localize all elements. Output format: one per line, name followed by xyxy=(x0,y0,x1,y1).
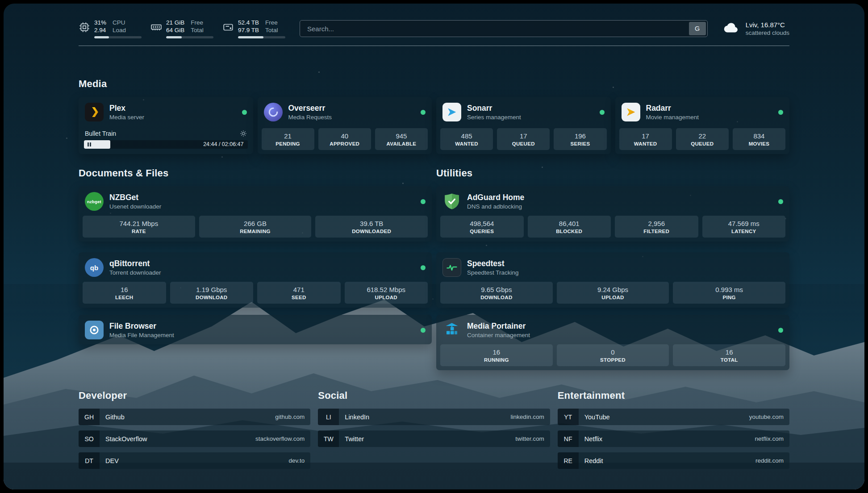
bookmark-name: Netflix xyxy=(584,435,602,443)
disk-widget: 52.4 TB 97.9 TB Free Total xyxy=(222,19,285,38)
stat-wanted: 17 WANTED xyxy=(619,128,672,150)
stat-blocked: 86,401 BLOCKED xyxy=(528,216,611,238)
stat-available: 945 AVAILABLE xyxy=(375,128,428,150)
app-name: Overseerr xyxy=(288,104,332,113)
card-qbittorrent[interactable]: qb qBittorrent Torrent downloader 16 LEE… xyxy=(79,252,432,308)
stat-value: 498,564 xyxy=(442,220,522,227)
bookmark-netflix[interactable]: NF Netflix netflix.com xyxy=(558,430,789,447)
disk-usage-bar xyxy=(238,36,285,38)
pause-icon[interactable] xyxy=(88,142,91,146)
stat-value: 39.6 TB xyxy=(317,220,426,227)
stat-label: UPLOAD xyxy=(559,295,668,300)
disk-label-top: Free xyxy=(265,19,278,26)
stats-row: 16 RUNNING 0 STOPPED 16 TOTAL xyxy=(436,344,789,370)
bookmark-stackoverflow[interactable]: SO StackOverflow stackoverflow.com xyxy=(79,430,310,447)
bookmark-github[interactable]: GH Github github.com xyxy=(79,409,310,425)
stat-value: 834 xyxy=(734,132,784,140)
dashboard-screen: 31% 2.94 CPU Load xyxy=(4,4,864,489)
settings-gear-icon[interactable] xyxy=(240,130,247,137)
card-header: nzbget NZBGet Usenet downloader xyxy=(79,186,432,216)
bookmark-abbr: DT xyxy=(79,452,100,469)
bookmark-url: linkedin.com xyxy=(511,414,544,420)
stat-label: LEECH xyxy=(84,295,164,300)
stat-label: DOWNLOAD xyxy=(442,295,551,300)
cpu-icon xyxy=(79,19,90,35)
bookmark-name: YouTube xyxy=(584,414,610,421)
stat-label: PENDING xyxy=(263,141,313,146)
status-dot xyxy=(778,328,783,333)
stat-wanted: 485 WANTED xyxy=(440,128,493,150)
card-header: Media Portainer Container management xyxy=(436,315,789,344)
bookmark-reddit[interactable]: RE Reddit reddit.com xyxy=(558,452,789,469)
card-plex[interactable]: Plex Media server Bullet Train xyxy=(79,97,253,154)
media-cards: Plex Media server Bullet Train xyxy=(79,97,789,154)
stat-approved: 40 APPROVED xyxy=(318,128,371,150)
card-portainer[interactable]: Media Portainer Container management 16 … xyxy=(436,315,789,370)
app-name: File Browser xyxy=(109,322,174,331)
stat-download: 1.19 Gbps DOWNLOAD xyxy=(170,282,254,304)
bookmark-url: dev.to xyxy=(289,457,305,464)
card-radarr[interactable]: Radarr Movie management 17 WANTED 22 QUE… xyxy=(615,97,790,154)
stat-downloaded: 39.6 TB DOWNLOADED xyxy=(315,216,428,238)
bookmark-name: LinkedIn xyxy=(345,414,369,421)
bookmark-name: DEV xyxy=(105,457,119,464)
search-input[interactable] xyxy=(301,25,689,33)
playback-progress-bar[interactable]: 24:44 / 02:06:47 xyxy=(84,140,248,149)
card-speedtest[interactable]: Speedtest Speedtest Tracking 9.65 Gbps D… xyxy=(436,252,789,308)
stat-series: 196 SERIES xyxy=(554,128,606,150)
status-dot xyxy=(778,199,783,204)
bookmark-name: StackOverflow xyxy=(105,435,147,443)
developer-column: Developer GH Github github.com SO StackO… xyxy=(79,390,310,474)
app-name: Plex xyxy=(109,104,144,113)
cloud-icon xyxy=(722,21,741,37)
stat-label: DOWNLOAD xyxy=(172,295,252,300)
memory-label-bottom: Total xyxy=(191,26,204,34)
cpu-usage-bar xyxy=(94,36,142,38)
stat-seed: 471 SEED xyxy=(257,282,341,304)
card-nzbget[interactable]: nzbget NZBGet Usenet downloader 744.21 M… xyxy=(79,186,432,242)
app-subtitle: Container management xyxy=(467,332,530,338)
social-column: Social LI LinkedIn linkedin.com TW Twitt… xyxy=(318,390,550,474)
card-header: Radarr Movie management xyxy=(615,97,790,126)
stat-queries: 498,564 QUERIES xyxy=(440,216,524,238)
cpu-widget: 31% 2.94 CPU Load xyxy=(79,19,142,38)
stat-value: 17 xyxy=(499,132,548,140)
stat-label: UPLOAD xyxy=(346,295,426,300)
memory-usage-bar xyxy=(166,36,213,38)
bookmark-url: stackoverflow.com xyxy=(255,435,305,442)
app-subtitle: Usenet downloader xyxy=(109,203,161,210)
card-filebrowser[interactable]: File Browser Media File Management xyxy=(79,315,432,344)
search-provider-button[interactable]: G xyxy=(689,22,706,35)
stats-row: 21 PENDING 40 APPROVED 945 AVAILABLE xyxy=(258,128,432,154)
cpu-usage-value: 31% xyxy=(94,19,106,26)
stat-label: WANTED xyxy=(442,141,491,146)
bookmark-twitter[interactable]: TW Twitter twitter.com xyxy=(318,430,550,447)
bookmark-url: twitter.com xyxy=(515,435,544,442)
portainer-icon xyxy=(442,321,461,339)
card-overseerr[interactable]: Overseerr Media Requests 21 PENDING 40 A… xyxy=(258,97,432,154)
stats-row: 9.65 Gbps DOWNLOAD 9.24 Gbps UPLOAD 0.99… xyxy=(436,282,789,308)
disk-label-bottom: Total xyxy=(265,26,278,34)
memory-icon xyxy=(150,19,162,35)
stat-label: SERIES xyxy=(555,141,605,146)
bookmark-linkedin[interactable]: LI LinkedIn linkedin.com xyxy=(318,409,550,425)
memory-widget: 21 GiB 64 GiB Free Total xyxy=(150,19,213,38)
stat-label: LATENCY xyxy=(704,229,784,234)
card-header: Plex Media server xyxy=(79,97,253,126)
snow-specks xyxy=(4,4,5,5)
bookmark-dev[interactable]: DT DEV dev.to xyxy=(79,452,310,469)
card-adguard-home[interactable]: AdGuard Home DNS and adblocking 498,564 … xyxy=(436,186,789,242)
bookmark-youtube[interactable]: YT YouTube youtube.com xyxy=(558,409,789,425)
section-title-social: Social xyxy=(318,390,550,401)
card-sonarr[interactable]: Sonarr Series management 485 WANTED 17 Q… xyxy=(436,97,611,154)
bookmark-abbr: GH xyxy=(79,409,100,425)
stat-filtered: 2,956 FILTERED xyxy=(615,216,698,238)
stat-download: 9.65 Gbps DOWNLOAD xyxy=(440,282,553,304)
nzbget-icon-text: nzbget xyxy=(87,199,101,204)
stat-value: 86,401 xyxy=(530,220,609,227)
bookmark-abbr: NF xyxy=(558,430,579,447)
status-dot xyxy=(600,110,605,115)
app-name: Sonarr xyxy=(467,104,521,113)
stat-value: 2,956 xyxy=(617,220,697,227)
overseerr-icon xyxy=(264,103,283,121)
